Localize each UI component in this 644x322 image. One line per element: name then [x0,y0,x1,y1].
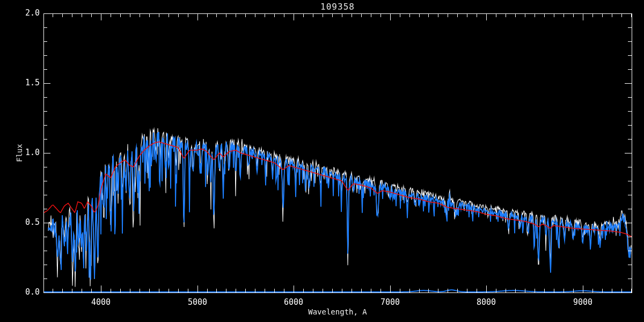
spectrum-plot-window: 109358 Flux Wavelength, A [0,0,644,322]
chart-title: 109358 [43,2,632,12]
y-axis-label: Flux [15,144,24,162]
x-axis-label: Wavelength, A [43,308,632,316]
spectrum-canvas [0,0,644,322]
